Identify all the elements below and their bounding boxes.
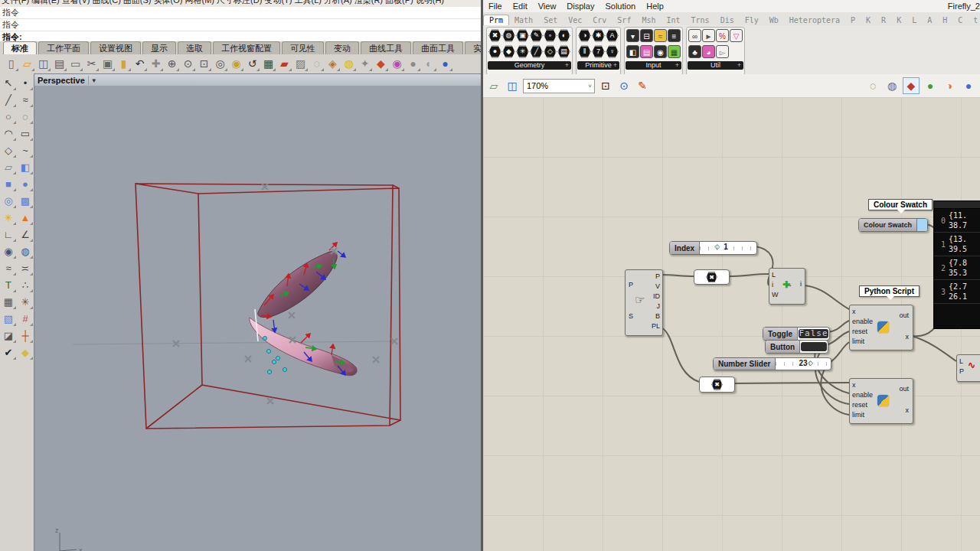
move-icon[interactable]: ▰	[276, 56, 292, 72]
surface-plane-icon[interactable]: ▱	[1, 159, 16, 175]
output-port[interactable]: P	[652, 272, 660, 282]
receiver-component[interactable]: P S ☞ PVIDJBPL	[625, 269, 663, 336]
rhino-tab[interactable]: 工作视窗配置	[213, 41, 280, 54]
rendered-view-icon[interactable]: ●	[437, 56, 453, 72]
rhino-tab[interactable]: 可见性	[282, 41, 324, 54]
merge-node[interactable]: ✖	[694, 269, 730, 285]
preview-doc-icon[interactable]: ◑	[941, 77, 958, 94]
ribbon-group-label[interactable]: Util	[688, 61, 743, 70]
rhino-tab[interactable]: 曲面工具	[413, 41, 463, 54]
output-port[interactable]: J	[652, 302, 660, 311]
point-cloud-icon[interactable]: ∴	[18, 277, 33, 293]
data-panel[interactable]: 0 {11.38.7 1 {13.39.5 2 {7.835.3 3 {2.72…	[933, 201, 980, 329]
ghosted-view-icon[interactable]: ◐	[421, 56, 437, 72]
chamfer-icon[interactable]: ∠	[18, 227, 33, 243]
curve-icon[interactable]: ≈	[18, 92, 33, 108]
param-number-icon[interactable]: 7	[592, 45, 605, 58]
boolean-toggle-icon[interactable]: ◧	[626, 45, 639, 58]
param-boolean-icon[interactable]: ◑	[578, 29, 591, 42]
input-port[interactable]: S	[629, 312, 633, 320]
category-tab[interactable]: K	[861, 15, 876, 25]
param-guid-icon[interactable]: ♀	[606, 45, 619, 58]
extrude-icon[interactable]: ▲	[18, 210, 33, 226]
output-port[interactable]: out	[899, 311, 909, 319]
viewport-menu-caret-icon[interactable]: ▼	[89, 77, 97, 84]
param-text-icon[interactable]: A	[606, 29, 619, 42]
preview-eye-icon[interactable]: ⊙	[616, 78, 632, 93]
menu-item[interactable]: Solution	[599, 2, 641, 11]
output-port[interactable]: out	[899, 385, 909, 393]
jump-icon[interactable]: ►	[702, 29, 715, 42]
explode-icon[interactable]: ✳	[1, 210, 16, 226]
print-icon[interactable]: ▤	[51, 56, 67, 72]
rectangle-icon[interactable]: ▭	[18, 126, 33, 142]
param-surface-icon[interactable]: ▤	[557, 45, 570, 58]
param-point-icon[interactable]: ∘	[544, 29, 557, 42]
param-integer-icon[interactable]: ‖	[578, 45, 591, 58]
output-port[interactable]: x	[906, 406, 910, 414]
category-tab[interactable]: Srf	[612, 15, 636, 25]
category-tab[interactable]: Int	[661, 15, 685, 25]
gumball-icon[interactable]: ◈	[325, 56, 341, 72]
undo-view-icon[interactable]: ↺	[244, 56, 260, 72]
rebuild-icon[interactable]: ≍	[18, 260, 33, 276]
grid-icon[interactable]: #	[18, 311, 33, 327]
panel-header[interactable]	[934, 201, 980, 209]
fly-component[interactable]: L P ∿	[956, 354, 980, 382]
array-icon[interactable]: ▨	[292, 56, 309, 72]
input-port[interactable]: reset	[852, 400, 873, 410]
param-x-icon[interactable]: ✖	[488, 29, 501, 42]
output-port[interactable]: x	[906, 333, 910, 341]
rhino-tab[interactable]: 标准	[3, 41, 37, 54]
category-tab[interactable]: Vec	[563, 15, 587, 25]
text-icon[interactable]: T	[1, 277, 16, 293]
input-port[interactable]: limit	[852, 410, 873, 420]
zoom-extents-icon[interactable]: ⊡	[598, 78, 613, 93]
zoom-icon[interactable]: ⊙	[180, 56, 196, 72]
perspective-viewport[interactable]: z y x	[34, 86, 483, 551]
param-brep-icon[interactable]: ◐	[557, 29, 570, 42]
grasshopper-canvas[interactable]: Index ◇ 1 P S ☞ PVIDJBPL ✖ L i W ✚ → i C…	[483, 97, 980, 551]
number-slider-icon[interactable]: ▾	[626, 29, 639, 42]
menu-item[interactable]: Display	[561, 2, 599, 11]
rhino-tab[interactable]: 工作平面	[38, 41, 89, 54]
param-curve-icon[interactable]: ◍	[502, 29, 515, 42]
color-wheel-icon[interactable]: ◉	[389, 56, 405, 72]
solid-tools-icon[interactable]: ▧	[1, 311, 16, 327]
param-line-icon[interactable]: ╱	[530, 45, 543, 58]
paste-icon[interactable]: ▮	[116, 56, 132, 72]
array-rect-icon[interactable]: ▦	[1, 294, 16, 310]
sphere-icon[interactable]: ●	[18, 176, 33, 192]
category-tab[interactable]: t	[968, 15, 980, 25]
rotate-view-icon[interactable]: ⊕	[164, 56, 180, 72]
photo-icon[interactable]: ◕	[702, 45, 715, 58]
category-tab[interactable]: Fly	[740, 15, 764, 25]
blend-icon[interactable]: ≈	[1, 260, 16, 276]
category-tab[interactable]: Trns	[686, 15, 715, 25]
boolean-difference-icon[interactable]: ◍	[18, 243, 33, 259]
ribbon-group-label[interactable]: Geometry	[488, 61, 571, 70]
preview-sphere-icon[interactable]: ●	[960, 77, 977, 94]
open-definition-icon[interactable]: ▱	[486, 78, 501, 93]
zoom-window-icon[interactable]: ⊡	[196, 56, 212, 72]
rhino-tab[interactable]: 选取	[178, 41, 211, 54]
toggle-value[interactable]: False	[799, 329, 828, 338]
input-port[interactable]: limit	[852, 337, 873, 347]
param-rect-icon[interactable]: ◇	[544, 45, 557, 58]
zoom-dynamic-icon[interactable]: ◎	[212, 56, 228, 72]
freeform-icon[interactable]: ~	[18, 142, 33, 158]
input-port[interactable]: L	[959, 357, 964, 367]
python-script-component[interactable]: xenableresetlimit out x	[849, 378, 913, 424]
category-tab[interactable]: Prm	[483, 15, 509, 25]
button-face[interactable]	[801, 342, 827, 351]
output-port[interactable]: PL	[652, 321, 660, 331]
input-port[interactable]: P	[629, 281, 633, 289]
undo-icon[interactable]: ↶	[132, 56, 148, 72]
param-pencil-icon[interactable]: ✎	[530, 29, 543, 42]
lock-icon[interactable]: ✦	[357, 56, 373, 72]
array-polar-icon[interactable]: ✳	[18, 294, 33, 310]
output-port[interactable]: i	[800, 280, 802, 288]
menu-item[interactable]: Help	[641, 2, 669, 11]
circle-icon[interactable]: ○	[1, 109, 16, 125]
render-icon[interactable]: ◆	[373, 56, 389, 72]
